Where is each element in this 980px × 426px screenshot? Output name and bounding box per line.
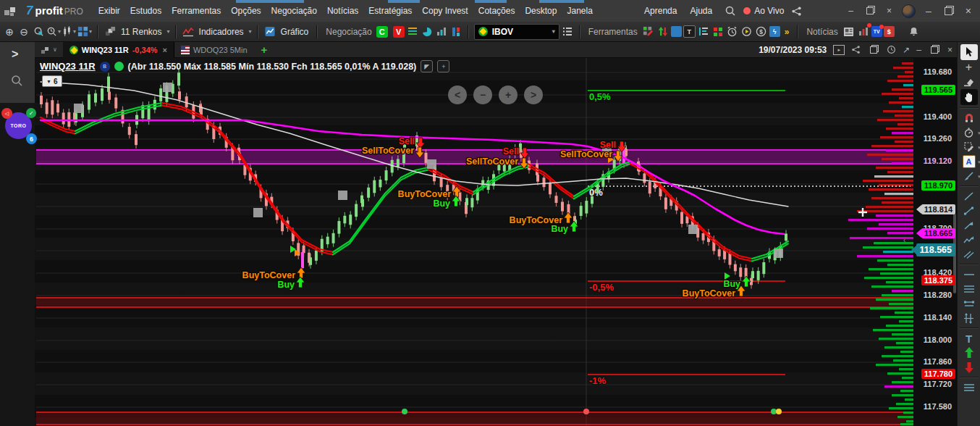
periodicity-dropdown[interactable]: ▾ bbox=[167, 28, 170, 35]
bar-stats-icon[interactable] bbox=[435, 25, 448, 39]
scroll-left-button[interactable]: < bbox=[448, 85, 467, 104]
toolbar-overflow[interactable]: » bbox=[785, 27, 790, 37]
depth-icon[interactable] bbox=[449, 25, 462, 39]
replay-icon[interactable]: ▸ bbox=[833, 45, 845, 55]
search-icon[interactable] bbox=[725, 5, 736, 17]
share-icon[interactable] bbox=[791, 6, 802, 17]
crosshair-tool-icon[interactable]: + bbox=[960, 60, 978, 75]
window-restore-button[interactable] bbox=[866, 7, 874, 14]
menu-item-estudos[interactable]: Estudos bbox=[125, 6, 166, 16]
periodicity-label[interactable]: 11 Renkos bbox=[121, 27, 161, 37]
multi-horizontal-lines-tool-icon[interactable] bbox=[960, 282, 978, 296]
user-avatar[interactable] bbox=[902, 4, 916, 18]
pointer-mode-button[interactable]: ◤ bbox=[421, 60, 433, 72]
collapsed-indicators-chip[interactable]: ▼6 bbox=[42, 75, 62, 87]
app-close-button[interactable]: × bbox=[963, 5, 974, 17]
chart-restore-button[interactable] bbox=[931, 46, 938, 54]
menu-item-desktop[interactable]: Desktop bbox=[520, 6, 562, 16]
tool-times-trades-icon[interactable] bbox=[697, 25, 710, 39]
edit-frame-tool-icon[interactable]: ▾ bbox=[960, 140, 978, 154]
price-axis[interactable]: ‹ 119.680119.400119.260119.120118.700118… bbox=[913, 58, 957, 426]
menu-item-copy-invest[interactable]: Copy Invest bbox=[417, 6, 473, 16]
menu-item-exibir[interactable]: Exibir bbox=[93, 6, 125, 16]
text-tool-icon[interactable]: T bbox=[960, 331, 978, 346]
menu-item-aprenda[interactable]: Aprenda bbox=[639, 6, 682, 16]
fibonacci-tool-icon[interactable] bbox=[960, 311, 978, 325]
brush-tool-icon[interactable]: ▾ bbox=[960, 169, 978, 183]
chart-close-button[interactable]: × bbox=[947, 45, 952, 55]
arrow-line-tool-icon[interactable] bbox=[960, 218, 978, 233]
menu-item-negociação[interactable]: Negociação bbox=[266, 6, 322, 16]
tab-winq23[interactable]: WINQ23 11R -0,34% × bbox=[63, 42, 174, 58]
zoom-out-icon[interactable]: ⊖ bbox=[17, 25, 30, 39]
zigzag-tool-icon[interactable] bbox=[960, 233, 978, 247]
zoom-in-icon[interactable]: ⊕ bbox=[3, 25, 16, 39]
toro-widget[interactable]: TORO ◁ ✓ 6 bbox=[3, 109, 35, 143]
zoom-time-icon[interactable]: ▾ bbox=[46, 25, 61, 39]
sidebar-search-icon[interactable] bbox=[10, 74, 23, 90]
tool-blocks-icon[interactable] bbox=[711, 25, 725, 39]
pie-chart-icon[interactable] bbox=[421, 25, 434, 39]
history-clock-icon[interactable] bbox=[887, 45, 896, 54]
chart-canvas[interactable]: 0,5%0%-0,5%-1%BuyToCoverBuyBuyToCoverBuy… bbox=[35, 58, 957, 426]
collapse-profile-button[interactable]: ‹ bbox=[903, 236, 905, 244]
magnet-tool-icon[interactable] bbox=[960, 111, 978, 125]
watchlist-icon[interactable] bbox=[561, 25, 574, 39]
order-book-icon[interactable] bbox=[406, 25, 419, 39]
sidebar-expand-button[interactable]: > bbox=[12, 48, 18, 61]
pan-hand-tool-icon[interactable] bbox=[960, 89, 978, 105]
menu-item-ajuda[interactable]: Ajuda bbox=[685, 6, 717, 16]
chart-svg[interactable]: 0,5%0%-0,5%-1%BuyToCoverBuyBuyToCoverBuy… bbox=[35, 58, 957, 426]
tool-panel-icon[interactable] bbox=[671, 26, 682, 37]
tool-tt-icon[interactable]: T bbox=[683, 25, 696, 38]
flash-chart-icon[interactable]: ϟ bbox=[769, 26, 780, 37]
newspaper-icon[interactable] bbox=[842, 25, 856, 39]
tab-wdoq23[interactable]: WDOQ23 5Min bbox=[174, 42, 254, 58]
app-restore-button[interactable] bbox=[945, 7, 952, 15]
symbol-select[interactable]: IBOV ▾ bbox=[474, 24, 559, 40]
renko-icon[interactable] bbox=[104, 25, 117, 39]
tab-close-icon[interactable]: × bbox=[163, 46, 167, 54]
menu-item-janela[interactable]: Janela bbox=[562, 6, 597, 16]
menu-item-estratégias[interactable]: Estratégias bbox=[363, 6, 417, 16]
indicators-icon[interactable] bbox=[182, 25, 195, 39]
timer-play-icon[interactable] bbox=[740, 25, 753, 39]
more-tools-icon[interactable] bbox=[960, 380, 978, 395]
stopwatch-tool-icon[interactable]: ▾ bbox=[960, 125, 978, 140]
text-style-tool-icon[interactable]: A ▾ bbox=[960, 154, 978, 169]
money-icon[interactable]: $ bbox=[755, 25, 768, 39]
add-indicator-button[interactable]: + bbox=[437, 60, 449, 72]
trendline-tool-icon[interactable] bbox=[960, 189, 978, 204]
tv-icon[interactable]: TV bbox=[871, 26, 882, 37]
zoom-out-button[interactable]: − bbox=[473, 85, 492, 104]
share-chart-icon[interactable] bbox=[851, 45, 861, 54]
chart-label[interactable]: Gráfico bbox=[281, 27, 309, 37]
segment-tool-icon[interactable] bbox=[960, 204, 978, 218]
layout-grid-icon[interactable]: ▾ bbox=[77, 25, 92, 39]
menu-item-ferramentas[interactable]: Ferramentas bbox=[166, 6, 226, 16]
chart-minimize-button[interactable]: – bbox=[916, 45, 921, 55]
eraser-tool-icon[interactable] bbox=[960, 75, 978, 89]
parallel-channel-tool-icon[interactable] bbox=[960, 247, 978, 262]
window-type-icon[interactable]: ∨ bbox=[35, 46, 63, 54]
horizontal-line-tool-icon[interactable] bbox=[960, 267, 978, 282]
buy-arrow-tool-icon[interactable] bbox=[960, 346, 978, 360]
dollar-news-icon[interactable]: $ bbox=[884, 26, 895, 37]
menu-item-opções[interactable]: Opções bbox=[226, 6, 266, 16]
alarm-icon[interactable] bbox=[726, 25, 739, 39]
market-news-icon[interactable] bbox=[857, 25, 870, 39]
new-chart-icon[interactable] bbox=[263, 25, 276, 39]
menu-item-notícias[interactable]: Notícias bbox=[322, 6, 363, 16]
menu-item-cotações[interactable]: Cotações bbox=[473, 6, 520, 16]
cursor-tool-icon[interactable] bbox=[960, 44, 978, 60]
tool-grid-edit-icon[interactable] bbox=[642, 25, 655, 39]
notifications-bell-icon[interactable] bbox=[908, 25, 921, 39]
zoom-region-icon[interactable] bbox=[32, 25, 45, 39]
sell-arrow-tool-icon[interactable] bbox=[960, 360, 978, 375]
live-indicator[interactable]: Ao Vivo bbox=[743, 6, 784, 16]
zoom-in-button[interactable]: + bbox=[499, 85, 518, 104]
new-tab-button[interactable]: + bbox=[254, 43, 275, 56]
window-close-button[interactable]: × bbox=[884, 6, 895, 16]
indicators-label[interactable]: Indicadores bbox=[199, 27, 244, 37]
horizontal-segment-tool-icon[interactable] bbox=[960, 296, 978, 311]
